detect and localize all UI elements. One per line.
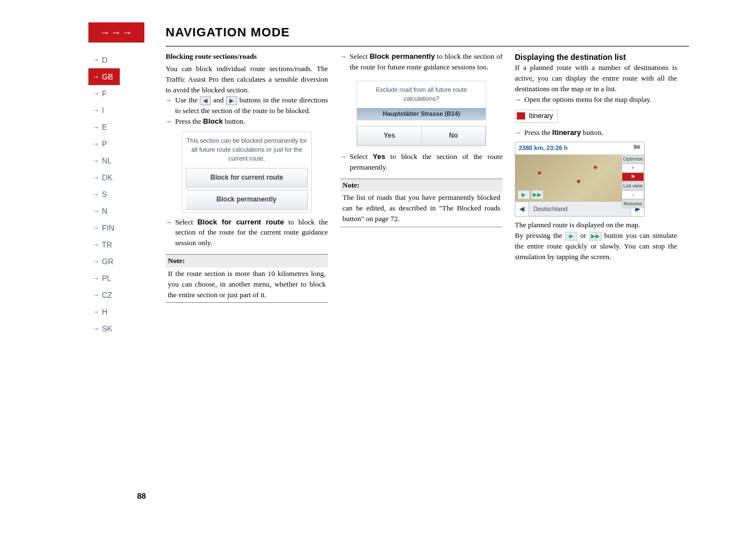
resume-button[interactable]: Resume xyxy=(622,199,644,208)
sidebar-item[interactable]: → DK xyxy=(88,169,120,186)
sidebar-item[interactable]: → SK xyxy=(88,320,120,337)
text: button. xyxy=(581,128,603,137)
sidebar-item[interactable]: → F xyxy=(88,85,120,102)
flag-button[interactable]: ⚑ xyxy=(622,172,644,181)
play-fast-icon: ▶▶ xyxy=(589,232,602,241)
optimise-button[interactable]: Optimise xyxy=(622,154,644,163)
column-2: → Select Block permanently to block the … xyxy=(340,51,503,303)
col1-step-3-text: Select Block for current route to block … xyxy=(174,217,328,249)
waypoint-icon xyxy=(594,166,597,169)
arrow-icon: → xyxy=(515,96,521,105)
sidebar-item[interactable]: → GB xyxy=(88,68,120,85)
play-fast-button[interactable]: ▶▶ xyxy=(531,190,543,199)
sidebar-item[interactable]: → I xyxy=(88,102,120,119)
itinerary-label: Itinerary xyxy=(529,111,553,121)
arrow-icon: → xyxy=(515,129,521,138)
sidebar-item[interactable]: → E xyxy=(88,119,120,135)
col3-paragraph-1: If a planned route with a number of dest… xyxy=(515,63,677,95)
col2-step-2: → Select Yes to block the section of the… xyxy=(340,152,503,173)
header-arrows-box: →→→ xyxy=(88,22,144,43)
block-permanently-button[interactable]: Block permanently xyxy=(186,190,308,209)
map-distance-time: 2380 km, 23:26 h xyxy=(519,144,567,153)
exclude-road-screenshot: Exclude road from all future route calcu… xyxy=(356,81,486,146)
arrow-icon: → xyxy=(166,218,172,249)
next-icon: ▶ xyxy=(226,96,237,105)
sidebar-item[interactable]: → NL xyxy=(88,152,120,169)
map-canvas[interactable]: ▶ ▶▶ Optimise + ⚑ List view − Resume xyxy=(515,154,644,202)
text: Select xyxy=(350,52,369,60)
col3-paragraph-3: By pressing the ▶ or ▶▶ button you can s… xyxy=(515,231,677,263)
sidebar-item[interactable]: → GR xyxy=(88,253,120,270)
col2-note-body: The list of roads that you have permanen… xyxy=(340,191,503,227)
sidebar-item[interactable]: → N xyxy=(88,203,120,219)
text: or xyxy=(580,231,589,240)
text: Use the xyxy=(175,96,200,104)
col3-paragraph-2: The planned route is displayed on the ma… xyxy=(515,220,677,231)
block-label: Block xyxy=(203,117,223,125)
sidebar-item[interactable]: → D xyxy=(88,51,120,68)
text: button. xyxy=(223,117,245,125)
col1-paragraph-1: You can block individual route sections/… xyxy=(166,64,328,96)
block-options-msg: This section can be blocked permanently … xyxy=(182,132,311,168)
flags-icon: 🏁 xyxy=(633,144,641,153)
block-current-route-button[interactable]: Block for current route xyxy=(186,168,308,188)
text: By pressing the xyxy=(515,231,565,240)
sidebar-item[interactable]: → H xyxy=(88,303,120,320)
col3-heading: Displaying the destination list xyxy=(515,51,677,63)
waypoint-icon xyxy=(538,171,541,175)
col1-step-1: → Use the ◀ and ▶ buttons in the route d… xyxy=(166,95,328,116)
page-number: 88 xyxy=(137,491,146,500)
sidebar-item[interactable]: → TR xyxy=(88,236,120,253)
block-options-screenshot: This section can be blocked permanently … xyxy=(182,132,312,213)
column-1: Blocking route sections/roads You can bl… xyxy=(166,51,328,303)
road-name: Hauptstätter Strasse (B14) xyxy=(357,108,486,120)
col1-step-2-text: Press the Block button. xyxy=(174,116,328,127)
prev-country-button[interactable]: ◀ xyxy=(515,202,529,216)
country-label: Deutschland xyxy=(529,203,631,216)
language-sidebar: → D→ GB→ F→ I→ E→ P→ NL→ DK→ S→ N→ FIN→ … xyxy=(88,51,120,337)
col1-step-3: → Select Block for current route to bloc… xyxy=(166,217,328,249)
header-rule xyxy=(166,46,689,46)
col3-step-1: → Open the options menu for the map disp… xyxy=(515,95,677,105)
page-title: NAVIGATION MODE xyxy=(166,25,290,40)
sidebar-item[interactable]: → S xyxy=(88,186,120,203)
text: Press the xyxy=(524,128,552,137)
col2-step-1-text: Select Block permanently to block the se… xyxy=(349,51,503,73)
col3-step-1-text: Open the options menu for the map displa… xyxy=(523,95,677,105)
yes-button[interactable]: Yes xyxy=(357,126,422,146)
exclude-msg: Exclude road from all future route calcu… xyxy=(357,81,486,108)
column-3: Displaying the destination list If a pla… xyxy=(515,51,677,303)
arrow-icon: → xyxy=(166,118,172,127)
flag-icon xyxy=(516,112,525,120)
text: Select xyxy=(350,152,373,161)
itinerary-bold-label: Itinerary xyxy=(552,128,581,137)
text: and xyxy=(213,96,226,104)
prev-icon: ◀ xyxy=(200,96,211,105)
no-button[interactable]: No xyxy=(422,126,486,146)
arrow-icon: → xyxy=(340,153,346,173)
sidebar-item[interactable]: → P xyxy=(88,135,120,152)
zoom-out-button[interactable]: − xyxy=(622,190,644,199)
itinerary-button[interactable]: Itinerary xyxy=(515,110,558,123)
list-view-button[interactable]: List view xyxy=(622,181,644,190)
col1-heading: Blocking route sections/roads xyxy=(166,51,328,62)
col1-step-1-text: Use the ◀ and ▶ buttons in the route dir… xyxy=(174,95,328,116)
col3-step-2-text: Press the Itinerary button. xyxy=(523,128,677,138)
col3-step-2: → Press the Itinerary button. xyxy=(515,128,677,138)
waypoint-icon xyxy=(577,180,580,183)
zoom-in-button[interactable]: + xyxy=(622,163,644,172)
text: Press the xyxy=(175,117,203,125)
block-permanently-label: Block permanently xyxy=(369,52,435,60)
col1-note-body: If the route section is more than 10 kil… xyxy=(166,268,328,303)
sidebar-item[interactable]: → FIN xyxy=(88,219,120,236)
sidebar-item[interactable]: → CZ xyxy=(88,287,120,303)
col2-step-2-text: Select Yes to block the section of the r… xyxy=(349,152,503,173)
col1-note-head: Note: xyxy=(166,254,328,268)
block-current-label: Block for current route xyxy=(198,218,284,226)
arrow-icon: → xyxy=(340,53,346,73)
arrow-icon: → xyxy=(166,96,172,116)
itinerary-map-screenshot: 2380 km, 23:26 h 🏁 ▶ ▶▶ Optimise + ⚑ Lis… xyxy=(515,142,645,217)
yes-label: Yes xyxy=(373,152,385,161)
play-slow-button[interactable]: ▶ xyxy=(518,190,530,199)
sidebar-item[interactable]: → PL xyxy=(88,270,120,287)
